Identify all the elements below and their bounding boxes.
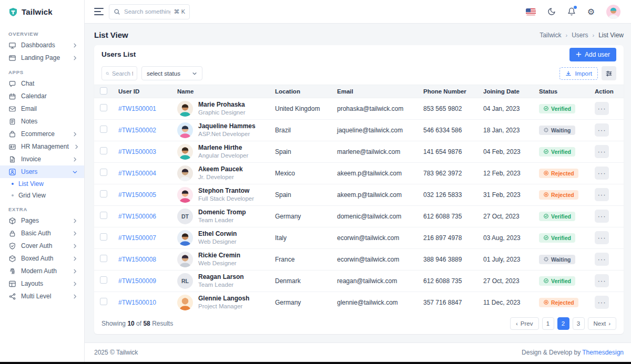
row-actions-button[interactable]: ··· bbox=[595, 231, 609, 244]
user-id-link[interactable]: #TW1500008 bbox=[118, 256, 156, 263]
page-button-1[interactable]: 1 bbox=[542, 317, 554, 330]
next-page-button[interactable]: Next › bbox=[588, 317, 617, 330]
hamburger-menu-icon[interactable] bbox=[94, 8, 104, 15]
sidebar-item-basic-auth[interactable]: Basic Auth bbox=[0, 227, 84, 240]
row-actions-button[interactable]: ··· bbox=[595, 145, 609, 158]
column-header[interactable]: Name bbox=[173, 85, 271, 98]
row-checkbox[interactable] bbox=[100, 255, 107, 262]
themesdesign-link[interactable]: Themesdesign bbox=[582, 349, 624, 356]
sidebar-item-pages[interactable]: Pages bbox=[0, 214, 84, 227]
row-actions-button[interactable]: ··· bbox=[595, 167, 609, 180]
brand-logo[interactable]: Tailwick bbox=[0, 0, 84, 24]
sidebar-item-users[interactable]: Users bbox=[0, 165, 84, 178]
sidebar-item-multi-level[interactable]: Multi Level bbox=[0, 290, 84, 303]
cell-email: ecorwin@tailwick.com bbox=[333, 248, 419, 270]
avatar bbox=[177, 187, 193, 203]
settings-gear-icon[interactable]: ⚙ bbox=[587, 7, 595, 17]
sidebar-subitem-grid-view[interactable]: Grid View bbox=[0, 190, 84, 201]
cell-joining-date: 18 Jan, 2023 bbox=[479, 119, 535, 141]
column-header[interactable]: User ID bbox=[114, 85, 173, 98]
select-all-checkbox[interactable] bbox=[100, 87, 107, 95]
user-id-link[interactable]: #TW1500006 bbox=[118, 213, 156, 220]
chevron-down-icon bbox=[192, 71, 197, 76]
user-id-link[interactable]: #TW1500005 bbox=[118, 191, 156, 199]
column-header[interactable]: Phone Number bbox=[419, 85, 479, 98]
sidebar-item-chat[interactable]: Chat bbox=[0, 77, 84, 90]
row-checkbox[interactable] bbox=[100, 276, 107, 284]
user-id-link[interactable]: #TW1500004 bbox=[118, 170, 156, 177]
sidebar-item-boxed-auth[interactable]: Boxed Auth bbox=[0, 252, 84, 265]
table-search[interactable] bbox=[101, 66, 137, 80]
column-header[interactable]: Location bbox=[271, 85, 333, 98]
user-id-link[interactable]: #TW1500007 bbox=[118, 234, 156, 242]
user-id-link[interactable]: #TW1500001 bbox=[118, 105, 156, 112]
sidebar-item-cover-auth[interactable]: Cover Auth bbox=[0, 240, 84, 252]
cell-phone: 612 6088 735 bbox=[419, 205, 479, 227]
row-checkbox[interactable] bbox=[100, 233, 107, 241]
user-avatar[interactable] bbox=[606, 5, 620, 19]
chevron-right-icon bbox=[74, 144, 79, 150]
sidebar-subitem-list-view[interactable]: List View bbox=[0, 178, 84, 190]
sidebar-item-ecommerce[interactable]: Ecommerce bbox=[0, 128, 84, 140]
column-header[interactable]: Action bbox=[591, 85, 624, 98]
brand-name: Tailwick bbox=[22, 7, 53, 16]
verified-icon bbox=[543, 106, 549, 111]
notifications-bell-icon[interactable] bbox=[567, 7, 576, 16]
cell-phone: 612 6088 735 bbox=[419, 270, 479, 292]
breadcrumb-item[interactable]: Users bbox=[572, 32, 588, 39]
table-row: #TW1500004 Akeem Paucek Jr. Developer Me… bbox=[94, 162, 624, 184]
row-checkbox[interactable] bbox=[100, 190, 107, 197]
row-checkbox[interactable] bbox=[100, 169, 107, 176]
prev-page-button[interactable]: ‹ Prev bbox=[510, 317, 539, 330]
breadcrumb-item[interactable]: Tailwick bbox=[540, 32, 561, 39]
row-actions-button[interactable]: ··· bbox=[595, 253, 609, 266]
cell-location: Brazil bbox=[271, 119, 333, 141]
row-actions-button[interactable]: ··· bbox=[595, 210, 609, 223]
row-actions-button[interactable]: ··· bbox=[595, 123, 609, 137]
sidebar-nav: OVERVIEW Dashboards Landing Page APPS Ch… bbox=[0, 24, 84, 303]
cell-phone: 783 962 3972 bbox=[419, 162, 479, 184]
table-row: #TW1500009 RL Reagan Larson Team Leader … bbox=[94, 270, 624, 292]
cell-phone: 141 654 9876 bbox=[419, 141, 479, 162]
row-checkbox[interactable] bbox=[100, 104, 107, 111]
user-id-link[interactable]: #TW1500010 bbox=[118, 299, 156, 306]
user-id-link[interactable]: #TW1500002 bbox=[118, 127, 156, 134]
sidebar-item-dashboards[interactable]: Dashboards bbox=[0, 39, 84, 51]
row-actions-button[interactable]: ··· bbox=[595, 274, 609, 287]
language-flag-icon[interactable] bbox=[526, 8, 536, 15]
column-header[interactable]: Status bbox=[535, 85, 591, 98]
table-row: #TW1500007 Ethel Corwin Web Designer Ita… bbox=[94, 227, 624, 248]
view-toggle-button[interactable] bbox=[602, 66, 616, 80]
status-select[interactable]: select status bbox=[141, 66, 202, 80]
row-actions-button[interactable]: ··· bbox=[595, 296, 609, 309]
row-checkbox[interactable] bbox=[100, 147, 107, 154]
table-row: #TW1500006 DT Domenic Tromp Team Leader … bbox=[94, 205, 624, 227]
row-actions-button[interactable]: ··· bbox=[595, 102, 609, 115]
status-badge: Rejected bbox=[539, 190, 578, 200]
sidebar-item-layouts[interactable]: Layouts bbox=[0, 277, 84, 290]
user-id-link[interactable]: #TW1500003 bbox=[118, 148, 156, 155]
sidebar-item-invoice[interactable]: Invoice bbox=[0, 153, 84, 165]
import-button[interactable]: Import bbox=[559, 67, 598, 80]
user-name: Ethel Corwin bbox=[198, 230, 237, 238]
row-checkbox[interactable] bbox=[100, 212, 107, 219]
sidebar-item-landing-page[interactable]: Landing Page bbox=[0, 51, 84, 64]
add-user-button[interactable]: Add user bbox=[569, 48, 616, 61]
column-header[interactable]: Email bbox=[333, 85, 419, 98]
dark-mode-moon-icon[interactable] bbox=[547, 7, 556, 16]
search-input[interactable] bbox=[124, 8, 170, 15]
sidebar-item-email[interactable]: Email bbox=[0, 102, 84, 115]
sidebar-item-hr-management[interactable]: HR Management bbox=[0, 140, 84, 153]
user-id-link[interactable]: #TW1500009 bbox=[118, 277, 156, 285]
row-checkbox[interactable] bbox=[100, 126, 107, 133]
sidebar-item-notes[interactable]: Notes bbox=[0, 115, 84, 128]
page-button-2[interactable]: 2 bbox=[557, 317, 569, 330]
global-search[interactable]: ⌘ K bbox=[109, 4, 190, 19]
sidebar-item-calendar[interactable]: Calendar bbox=[0, 90, 84, 102]
table-search-input[interactable] bbox=[112, 70, 133, 77]
column-header[interactable]: Joining Date bbox=[479, 85, 535, 98]
sidebar-item-modern-auth[interactable]: Modern Auth bbox=[0, 265, 84, 277]
row-checkbox[interactable] bbox=[100, 298, 107, 305]
row-actions-button[interactable]: ··· bbox=[595, 188, 609, 201]
page-button-3[interactable]: 3 bbox=[573, 317, 585, 330]
